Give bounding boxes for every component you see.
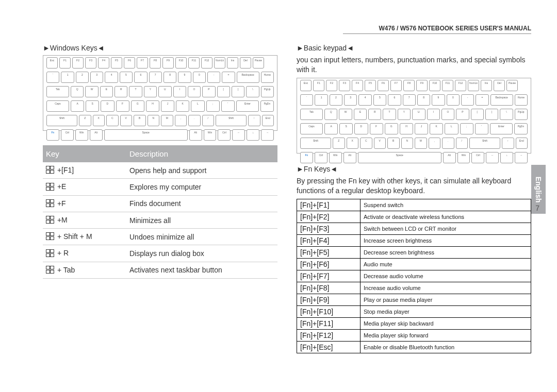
keycap: [ — [217, 86, 230, 97]
keycap: S — [86, 100, 99, 112]
keycap: Tab — [46, 86, 69, 97]
win-key-text: + Shift + M — [55, 232, 92, 241]
keycap: Ctrl — [315, 152, 327, 163]
keycap: Ctrl — [471, 152, 484, 163]
keycap: = — [476, 94, 488, 106]
keycap: ; — [460, 123, 473, 134]
keycap: 0 — [193, 72, 206, 83]
keycap: Pause — [253, 57, 264, 69]
basic-keypad-desc: you can input letters, numbers, punctuat… — [297, 55, 531, 75]
keycap: 1 — [315, 94, 327, 106]
windows-logo-icon — [46, 199, 55, 208]
keycap: F8 — [403, 80, 415, 91]
keyboard-diagram-right: EscF1F2F3F4F5F6F7F8F9F10F11F12NumLkInsDe… — [297, 78, 531, 154]
keycap: ↑ — [248, 115, 260, 126]
keycap: F7 — [390, 80, 402, 91]
header-underline — [343, 33, 531, 34]
keycap: Ins — [227, 57, 238, 69]
fn-key-cell: [Fn]+[F8] — [297, 282, 361, 294]
keycap: O — [441, 109, 454, 120]
keycap: 0 — [447, 94, 460, 106]
keycap: F4 — [352, 80, 363, 91]
keycap: Tab — [300, 109, 323, 120]
keycap: Home — [515, 94, 528, 106]
keycap: NumLk — [468, 80, 479, 91]
keycap: PgDn — [260, 100, 274, 112]
win-key-text: + Tab — [55, 266, 75, 274]
keycap: F — [370, 123, 383, 134]
fn-key-cell: [Fn]+[F5] — [297, 246, 361, 258]
fn-key-cell: [Fn]+[F2] — [297, 211, 361, 223]
keycap: Space — [358, 152, 441, 163]
keycap: / — [456, 138, 468, 149]
keycap: V — [120, 115, 133, 126]
keycap: → — [261, 129, 274, 141]
keycap: F3 — [85, 57, 96, 69]
keycap: PgUp — [515, 109, 528, 120]
keycap: M — [415, 138, 427, 149]
keycap: H — [146, 100, 159, 112]
keycap: F11 — [442, 80, 453, 91]
keycap: R — [114, 86, 127, 97]
keycap: NumLk — [214, 57, 225, 69]
keycap: R — [368, 109, 381, 120]
win-key-text: +F — [55, 199, 66, 208]
keycap: T — [383, 109, 396, 120]
keycap: 3 — [90, 72, 103, 83]
fn-key-cell: [Fn]+[F7] — [297, 270, 361, 282]
fn-desc-cell: Switch between LCD or CRT monitor — [361, 223, 531, 234]
keycap: K — [430, 123, 443, 134]
keycap: Q — [324, 109, 337, 120]
keycap: Del — [240, 57, 251, 69]
keycap: 2 — [330, 94, 342, 106]
keycap: Caps — [300, 123, 323, 134]
keycap: Ins — [481, 80, 492, 91]
keycap: Pause — [506, 80, 518, 91]
keycap: M — [161, 115, 173, 126]
keycap: A — [324, 123, 338, 134]
keycap: F2 — [326, 80, 337, 91]
keycap: F12 — [201, 57, 212, 69]
page-number: 7 — [535, 204, 539, 212]
win-desc-cell: Activates next taskbar button — [126, 262, 277, 278]
keycap: C — [360, 138, 372, 149]
win-desc-cell: Displays run dialog box — [126, 245, 277, 262]
keycap: ' — [221, 100, 235, 112]
windows-keys-table: Key Description +[F1]Opens help and supp… — [43, 145, 277, 279]
keycap: F9 — [162, 57, 174, 69]
keycap: F6 — [378, 80, 389, 91]
keycap: Z — [79, 115, 91, 126]
keycap: \ — [246, 86, 259, 97]
keycap: U — [412, 109, 425, 120]
keycap: F4 — [98, 57, 109, 69]
fn-key-cell: [Fn]+[F12] — [297, 329, 361, 341]
keycap: / — [202, 115, 215, 126]
keycap: F1 — [59, 57, 71, 69]
fn-key-cell: [Fn]+[F1] — [297, 199, 361, 211]
keycap: Enter — [490, 123, 513, 134]
keycap: I — [427, 109, 440, 120]
keycap: - — [461, 94, 474, 106]
windows-logo-icon — [46, 232, 55, 241]
keycap: 4 — [358, 94, 371, 106]
keycap: Esc — [46, 57, 58, 69]
keycap: 9 — [178, 72, 191, 83]
keycap: Alt — [343, 152, 356, 163]
keycap: Win — [457, 152, 470, 163]
keycap: X — [347, 138, 359, 149]
keycap: F6 — [124, 57, 135, 69]
keycap: 5 — [373, 94, 386, 106]
keycap: E — [354, 109, 367, 120]
keycap: C — [106, 115, 119, 126]
win-key-cell: + Tab — [43, 262, 126, 278]
keycap: Home — [261, 72, 274, 83]
fn-desc-cell: Media player skip forward — [361, 329, 531, 341]
keycap: 3 — [344, 94, 357, 106]
keycap: U — [158, 86, 171, 97]
keycap: H — [400, 123, 413, 134]
keycap: End — [516, 138, 528, 149]
keycap: 7 — [403, 94, 416, 106]
manual-header: W476 / W576 NOTEBOOK SERIES USER'S MANUA… — [379, 25, 531, 32]
keycap: I — [173, 86, 186, 97]
keycap: J — [415, 123, 428, 134]
